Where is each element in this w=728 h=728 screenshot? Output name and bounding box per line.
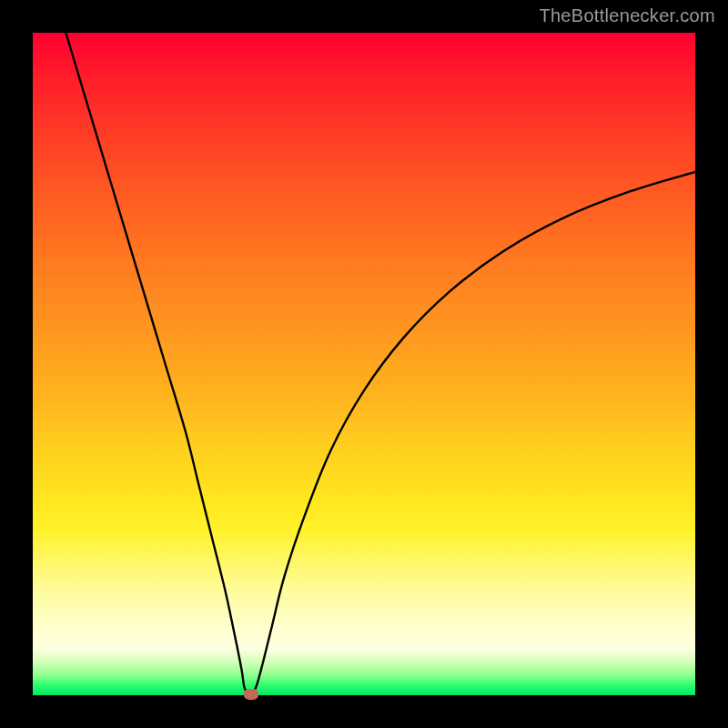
chart-frame: TheBottlenecker.com xyxy=(0,0,728,728)
optimum-marker xyxy=(244,689,258,700)
bottleneck-curve xyxy=(33,33,695,695)
plot-area xyxy=(33,33,695,695)
watermark-text: TheBottlenecker.com xyxy=(539,5,715,26)
